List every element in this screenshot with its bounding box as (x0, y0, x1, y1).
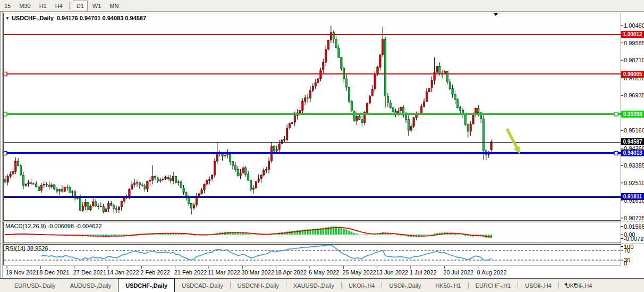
price-axis-tick: 0.90735 (624, 215, 644, 221)
symbol-tab-ukoil-h4[interactable]: UKOil-,H4 (342, 279, 382, 292)
tabbar-stub (0, 279, 7, 292)
chart-symbol-label: USDCHF-,Daily (12, 15, 54, 21)
date-axis-label: 18 Apr 2022 (275, 269, 307, 276)
tab-scroll-right-icon[interactable]: ► (573, 281, 578, 287)
date-axis-label: 6 May 2022 (309, 269, 339, 276)
macd-axis-tick: -0.007259 (624, 236, 644, 242)
chart-canvas[interactable] (0, 0, 644, 292)
rsi-indicator-label: RSI(14) 38.9526 (5, 245, 48, 252)
price-axis-tick: 0.93385 (624, 162, 644, 169)
price-axis-tick: 0.96935 (624, 92, 644, 98)
mt4-chart-window: { "toolbar": { "timeframes": [ {"label":… (0, 0, 644, 292)
price-badge: 0.91811 (621, 193, 644, 200)
date-axis-label: 25 May 2022 (342, 269, 376, 276)
price-axis-tick: 1.00460 (624, 22, 644, 29)
date-axis-label: 8 Aug 2022 (477, 269, 507, 276)
timeframe-button-mn[interactable]: MN (106, 1, 122, 11)
symbol-tab-usoil-h4[interactable]: USOil-,H4 (518, 279, 558, 292)
price-badge: 0.98005 (621, 71, 644, 78)
price-axis-tick: 0.95160 (624, 127, 644, 134)
tab-scroll-arrows: ◄ ► (563, 281, 578, 287)
price-axis-tick: 0.92510 (624, 180, 644, 186)
date-axis-label: 11 Mar 2022 (208, 269, 240, 276)
date-axis-label: 27 Dec 2021 (73, 269, 106, 276)
symbol-tab-eurusd-daily[interactable]: EURUSD-,Daily (7, 279, 63, 292)
symbol-tab-hk50-h1[interactable]: HK50-,H1 (428, 279, 468, 292)
symbol-tab-usdcad-daily[interactable]: USDCAD-,Daily (175, 279, 230, 292)
timeframe-button-15[interactable]: 15 (1, 1, 14, 11)
rsi-axis-tick: 0 (624, 260, 627, 266)
date-axis-label: 8 Dec 2021 (39, 269, 69, 276)
timeframe-button-d1[interactable]: D1 (73, 1, 88, 11)
date-axis-label: 13 Jun 2022 (376, 269, 409, 276)
timeframe-button-h1[interactable]: H1 (36, 1, 50, 11)
date-axis-label: 14 Jan 2022 (107, 269, 139, 276)
symbol-tab-audusd-daily[interactable]: AUDUSD-,Daily (63, 279, 118, 292)
price-axis-tick: 0.99585 (624, 40, 644, 46)
symbol-tab-xauusd-daily[interactable]: XAUUSD-,Daily (286, 279, 341, 292)
chart-title: ▼USDCHF-,Daily 0.94176 0.94701 0.94083 0… (5, 15, 146, 21)
price-axis-tick: 0.98710 (624, 57, 644, 63)
macd-indicator-label: MACD(12,26,9) -0.006098 -0.004622 (5, 223, 102, 229)
date-axis-label: 2 Feb 2022 (140, 269, 170, 276)
symbol-tab-usoil-daily[interactable]: USOil-,Daily (382, 279, 428, 292)
date-axis-label: 20 Jul 2022 (443, 269, 473, 276)
price-badge: 0.94587 (621, 138, 644, 145)
macd-axis-tick: 0.015654 (624, 223, 644, 230)
price-badge: 0.95998 (621, 111, 644, 118)
price-badge: 1.00012 (621, 31, 644, 38)
chart-ohlc-values: 0.94176 0.94701 0.94083 0.94587 (57, 15, 146, 21)
symbol-tabbar: EURUSD-,DailyAUDUSD-,DailyUSDCHF-,DailyU… (0, 278, 644, 292)
date-axis-label: 21 Feb 2022 (174, 269, 207, 276)
date-axis-label: 19 Nov 2021 (6, 269, 39, 276)
symbol-tab-usdchf-daily[interactable]: USDCHF-,Daily (118, 278, 175, 292)
date-axis-label: 1 Jul 2022 (410, 269, 437, 276)
price-badge: 0.94013 (621, 149, 644, 156)
timeframe-toolbar: 15M30H1H4D1W1MN (0, 0, 644, 12)
timeframe-button-w1[interactable]: W1 (89, 1, 105, 11)
symbol-tab-usdcnh-daily[interactable]: USDCNH-,Daily (231, 279, 286, 292)
timeframe-button-m30[interactable]: M30 (15, 1, 34, 11)
date-axis-label: 30 Mar 2022 (241, 269, 274, 276)
tab-scroll-left-icon[interactable]: ◄ (563, 281, 568, 287)
rsi-axis-tick: 70 (624, 247, 630, 254)
chart-dropdown-icon[interactable]: ▼ (5, 16, 10, 21)
symbol-tab-eurchf-h1[interactable]: EURCHF-,H1 (469, 279, 518, 292)
toolbar-separator (69, 2, 70, 10)
timeframe-button-h4[interactable]: H4 (52, 1, 66, 11)
